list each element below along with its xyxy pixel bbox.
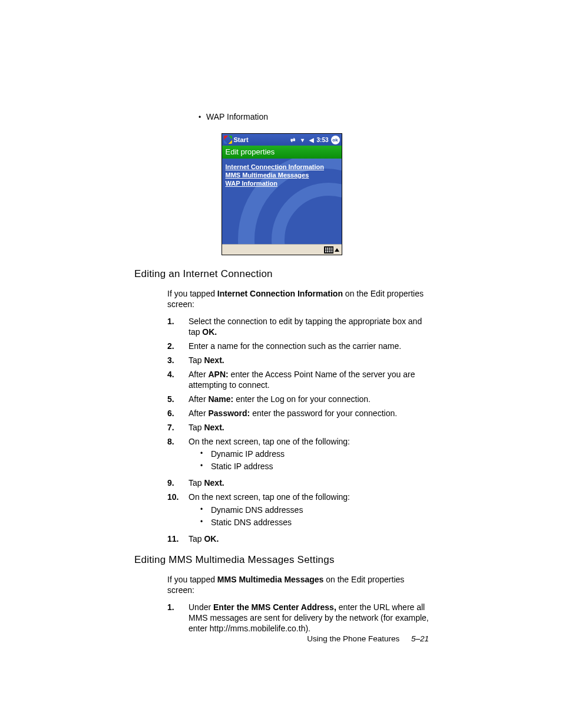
step-body: Tap OK.: [189, 534, 429, 545]
page-content: • WAP Information Start ⇄ ▾ ◀ 3:53 ok Ed…: [134, 112, 429, 638]
step-item: 10.On the next screen, tap one of the fo…: [167, 492, 429, 531]
step-text-pre: Tap: [189, 478, 204, 487]
sub-bullet-item: •Static IP address: [200, 462, 429, 472]
step-number: 6.: [167, 409, 189, 419]
section1-intro: If you tapped Internet Connection Inform…: [167, 288, 429, 309]
step-text-pre: After: [189, 394, 208, 404]
ok-badge-icon: ok: [331, 136, 340, 144]
step-item: 1.Under Enter the MMS Center Address, en…: [167, 602, 429, 634]
step-body: Select the connection to edit by tapping…: [189, 317, 429, 338]
bullet-dot-icon: •: [200, 449, 211, 460]
step-body: Tap Next.: [189, 478, 429, 489]
keyboard-icon: [324, 246, 333, 253]
step-number: 5.: [167, 394, 189, 405]
link-internet-connection: Internet Connection Information: [226, 163, 338, 170]
s2-intro-bold: MMS Multimedia Messages: [217, 575, 324, 584]
step-body: After Password: enter the password for y…: [189, 409, 429, 419]
section2-steps: 1.Under Enter the MMS Center Address, en…: [167, 602, 429, 634]
step-number: 7.: [167, 423, 189, 433]
step-text-pre: Tap: [189, 534, 204, 543]
step-text-pre: After: [189, 409, 208, 418]
step-text-pre: On the next screen, tap one of the follo…: [189, 437, 350, 446]
sub-bullet-text: Dynamic IP address: [211, 449, 285, 460]
step-number: 9.: [167, 478, 189, 489]
bullet-dot-icon: •: [200, 518, 211, 528]
step-text-bold: Next.: [204, 423, 224, 432]
footer-chapter: Using the Phone Features: [307, 634, 399, 643]
step-item: 8.On the next screen, tap one of the fol…: [167, 437, 429, 475]
step-number: 11.: [167, 534, 189, 545]
step-text-bold: Enter the MMS Center Address,: [213, 602, 336, 612]
s1-intro-pre: If you tapped: [167, 289, 217, 298]
s2-intro-pre: If you tapped: [167, 575, 217, 584]
step-body: On the next screen, tap one of the follo…: [189, 437, 429, 475]
step-text-pre: Tap: [189, 423, 204, 432]
phone-bottombar: [222, 244, 342, 255]
sub-bullet-item: •Dynamic IP address: [200, 449, 429, 460]
step-body: After Name: enter the Log on for your co…: [189, 394, 429, 405]
step-number: 1.: [167, 317, 189, 338]
step-text-pre: On the next screen, tap one of the follo…: [189, 492, 350, 502]
bullet-dot-icon: •: [193, 112, 206, 123]
step-text-post: enter the Log on for your connection.: [233, 394, 371, 404]
step-item: 4.After APN: enter the Access Point Name…: [167, 370, 429, 391]
step-item: 11.Tap OK.: [167, 534, 429, 545]
step-text-post: enter the password for your connection.: [250, 409, 397, 418]
step-item: 3.Tap Next.: [167, 355, 429, 366]
step-item: 6.After Password: enter the password for…: [167, 409, 429, 419]
step-item: 1.Select the connection to edit by tappi…: [167, 317, 429, 338]
speaker-icon: ◀: [308, 137, 315, 143]
footer-page: 5–21: [411, 634, 429, 643]
phone-screenshot: Start ⇄ ▾ ◀ 3:53 ok Edit properties Inte…: [222, 133, 342, 255]
step-body: Under Enter the MMS Center Address, ente…: [189, 602, 429, 634]
step-text-pre: After: [189, 370, 208, 379]
sub-bullet-text: Dynamic DNS addresses: [211, 505, 303, 516]
step-body: Tap Next.: [189, 355, 429, 366]
heading-editing-internet: Editing an Internet Connection: [134, 268, 429, 280]
step-text-bold: Next.: [204, 478, 224, 487]
step-text-bold: Next.: [204, 355, 224, 365]
sub-bullet-item: •Static DNS addresses: [200, 518, 429, 528]
step-number: 1.: [167, 602, 189, 634]
sub-bullet-text: Static IP address: [211, 462, 273, 472]
start-label: Start: [234, 136, 249, 143]
sub-bullet-list: •Dynamic DNS addresses•Static DNS addres…: [200, 505, 429, 528]
signal-icon: ▾: [299, 137, 306, 143]
sub-bullet-text: Static DNS addresses: [211, 518, 292, 528]
windows-flag-icon: [224, 136, 232, 144]
step-item: 9.Tap Next.: [167, 478, 429, 489]
step-text-bold: Password:: [208, 409, 250, 418]
step-item: 5.After Name: enter the Log on for your …: [167, 394, 429, 405]
edit-properties-header: Edit properties: [222, 146, 342, 159]
step-body: After APN: enter the Access Point Name o…: [189, 370, 429, 391]
top-bullet-text: WAP Information: [206, 112, 429, 123]
step-text-pre: Enter a name for the connection such as …: [189, 341, 401, 351]
step-number: 10.: [167, 492, 189, 531]
step-number: 2.: [167, 341, 189, 352]
step-text-bold: OK.: [204, 534, 219, 543]
step-body: Tap Next.: [189, 423, 429, 433]
step-number: 3.: [167, 355, 189, 366]
step-text-pre: Under: [189, 602, 213, 612]
phone-titlebar: Start ⇄ ▾ ◀ 3:53 ok: [222, 134, 342, 146]
step-text-bold: Name:: [208, 394, 233, 404]
step-body: Enter a name for the connection such as …: [189, 341, 429, 352]
page-footer: Using the Phone Features 5–21: [134, 634, 429, 643]
link-wap-info: WAP Information: [226, 180, 338, 187]
bullet-dot-icon: •: [200, 462, 211, 472]
step-text-pre: Select the connection to edit by tapping…: [189, 317, 422, 337]
step-item: 2.Enter a name for the connection such a…: [167, 341, 429, 352]
step-text-pre: Tap: [189, 355, 204, 365]
heading-editing-mms: Editing MMS Multimedia Messages Settings: [134, 554, 429, 566]
sub-bullet-item: •Dynamic DNS addresses: [200, 505, 429, 516]
step-text-bold: APN:: [208, 370, 228, 379]
arrow-up-icon: [335, 248, 339, 252]
step-item: 7.Tap Next.: [167, 423, 429, 433]
connectivity-icon: ⇄: [289, 137, 296, 143]
s1-intro-bold: Internet Connection Information: [217, 289, 343, 298]
bullet-dot-icon: •: [200, 505, 211, 516]
phone-body: Internet Connection Information MMS Mult…: [222, 159, 342, 244]
section2-intro: If you tapped MMS Multimedia Messages on…: [167, 574, 429, 595]
link-mms-messages: MMS Multimedia Messages: [226, 172, 338, 179]
step-number: 8.: [167, 437, 189, 475]
